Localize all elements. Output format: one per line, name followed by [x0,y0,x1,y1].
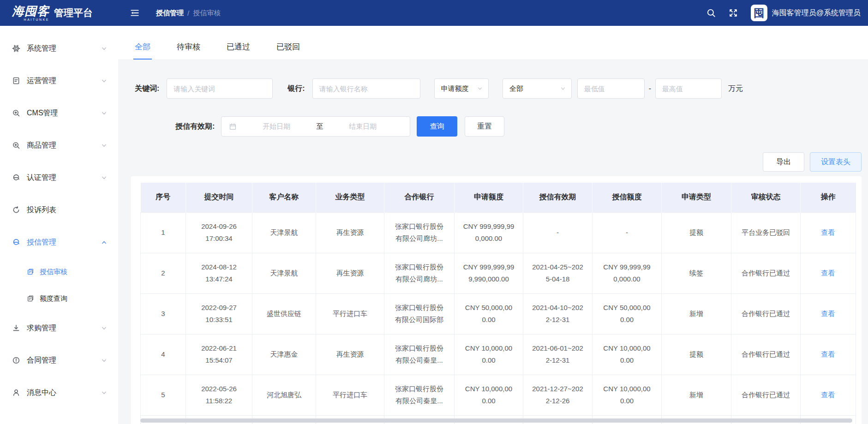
tab-2[interactable]: 待审核 [177,42,200,52]
cell-business-type: 平行进口车 [316,375,384,415]
chevron-up-icon [101,239,107,245]
cell-validity: 2021-04-10~2022-12-31 [523,293,593,334]
sidebar-item-3[interactable]: CMS管理 [0,97,118,129]
cell-credit-amount: CNY 50,000,000.00 [593,293,662,334]
cell-apply-type: 新增 [662,293,731,334]
gear-icon [12,44,20,53]
table-row: 22024-08-12 13:47:24天津景航再生资源张家口银行股份有限公司廊… [141,253,856,293]
sidebar-item-4[interactable]: 商品管理 [0,129,118,161]
status-tabs: 全部待审核已通过已驳回 [118,26,868,60]
amount-type-select[interactable]: 申请额度 [434,78,489,99]
sidebar-item-1[interactable]: 系统管理 [0,32,118,65]
tab-3[interactable]: 已通过 [227,42,250,52]
cell-apply-amount: CNY 999,999,999,990,000.00 [455,253,523,293]
sidebar-item-7[interactable]: 授信管理 [0,226,118,258]
sidebar-item-2[interactable]: 运营管理 [0,65,118,97]
range-separator: - [649,84,651,93]
start-date-placeholder[interactable]: 开始日期 [237,122,316,131]
end-date-placeholder[interactable]: 结束日期 [323,122,402,131]
cell-customer: 天津惠金 [252,334,316,375]
table-card: 序号提交时间客户名称业务类型合作银行申请额度授信有效期授信额度申请类型审核状态操… [131,176,862,424]
download-icon [12,324,20,332]
breadcrumb-separator: / [187,9,189,17]
sidebar-subitem-label: 额度查询 [40,294,67,303]
sidebar-item-label: 求购管理 [27,323,101,333]
logo-wordmark: 海囤客 HAITUNKE [12,5,49,21]
credit-table: 序号提交时间客户名称业务类型合作银行申请额度授信有效期授信额度申请类型审核状态操… [140,183,856,424]
cell-index: 5 [141,375,186,415]
cell-validity: - [523,212,593,253]
tab-1[interactable]: 全部 [135,42,150,52]
cell-credit-amount: CNY 10,000,000.00 [593,375,662,415]
user-icon [12,388,20,397]
sidebar-item-10[interactable]: 消息中心 [0,376,118,409]
view-link[interactable]: 查看 [821,391,835,399]
avatar[interactable]: 囤 [751,5,767,21]
chevron-down-icon [101,78,107,84]
cell-audit-status: 合作银行已通过 [731,375,801,415]
cell-audit-status: 合作银行已通过 [731,293,801,334]
logo-en-text: HAITUNKE [24,18,49,21]
cell-business-type: 再生资源 [316,253,384,293]
sidebar-item-label: CMS管理 [27,108,101,118]
refresh-icon [12,206,20,214]
table-row: 32022-09-27 10:33:51盛世供应链平行进口车张家口银行股份有限公… [141,293,856,334]
sidebar-subitem-7-1[interactable]: 授信审核 [0,258,118,285]
view-link[interactable]: 查看 [821,350,835,358]
table-toolbar: 导出 设置表头 [118,152,862,172]
collapse-menu-icon[interactable] [130,8,139,18]
reset-button[interactable]: 重置 [465,116,504,137]
cell-submit-time: 2022-09-27 10:33:51 [186,293,252,334]
sidebar-item-6[interactable]: 投诉列表 [0,194,118,226]
breadcrumb-parent[interactable]: 授信管理 [156,9,184,18]
cell-action: 查看 [801,212,856,253]
amount-scope-select[interactable]: 全部 [503,78,572,99]
column-header: 操作 [801,183,856,212]
cell-bank: 张家口银行股份有限公司国际部 [384,293,455,334]
logo: 海囤客 HAITUNKE 管理平台 [0,5,118,21]
bank-input[interactable] [312,78,420,99]
fullscreen-icon[interactable] [729,8,738,18]
view-link[interactable]: 查看 [821,269,835,277]
cell-bank: 张家口银行股份有限公司廊坊... [384,212,455,253]
avatar-char: 囤 [754,6,764,20]
sidebar-item-9[interactable]: 合同管理 [0,344,118,376]
min-amount-input[interactable] [577,78,645,99]
credit-icon [12,238,20,246]
column-header: 授信有效期 [523,183,593,212]
column-header: 申请类型 [662,183,731,212]
search-button[interactable]: 查询 [417,116,457,137]
date-range-picker[interactable]: 开始日期 至 结束日期 [221,116,410,137]
cell-submit-time: 2022-05-26 11:58:22 [186,375,252,415]
filter-row-2: 授信有效期: 开始日期 至 结束日期 查询 [135,116,868,137]
sidebar-subitem-label: 授信审核 [40,268,67,276]
certificate-icon [12,173,20,182]
filter-row-1: 关键词: 银行: 申请额度 全部 [135,78,868,99]
keyword-input[interactable] [167,78,273,99]
sidebar-item-5[interactable]: 认证管理 [0,161,118,194]
cell-audit-status: 合作银行已通过 [731,253,801,293]
top-header: 海囤客 HAITUNKE 管理平台 授信管理 / 授信审核 [0,0,868,26]
tab-4[interactable]: 已驳回 [276,42,300,52]
set-header-button[interactable]: 设置表头 [810,152,862,172]
contract-icon [12,356,20,364]
view-link[interactable]: 查看 [821,228,835,236]
horizontal-scrollbar[interactable] [140,418,852,423]
view-link[interactable]: 查看 [821,310,835,317]
sidebar-item-label: 消息中心 [27,388,101,398]
cell-apply-type: 提额 [662,212,731,253]
max-amount-input[interactable] [655,78,722,99]
column-header: 审核状态 [731,183,801,212]
sidebar-item-8[interactable]: 求购管理 [0,312,118,344]
cell-customer: 天津景航 [252,212,316,253]
cell-audit-status: 平台业务已驳回 [731,212,801,253]
amount-scope-value: 全部 [509,84,523,93]
username[interactable]: 海囤客管理员@系统管理员 [772,8,861,18]
table-header-row: 序号提交时间客户名称业务类型合作银行申请额度授信有效期授信额度申请类型审核状态操… [141,183,856,212]
search-icon[interactable] [706,8,716,18]
zoom-plus-icon [12,141,20,149]
sidebar-subitem-7-2[interactable]: 额度查询 [0,285,118,312]
export-button[interactable]: 导出 [763,152,804,172]
sidebar: 系统管理运营管理CMS管理商品管理认证管理投诉列表授信管理授信审核额度查询求购管… [0,26,118,424]
cell-action: 查看 [801,375,856,415]
